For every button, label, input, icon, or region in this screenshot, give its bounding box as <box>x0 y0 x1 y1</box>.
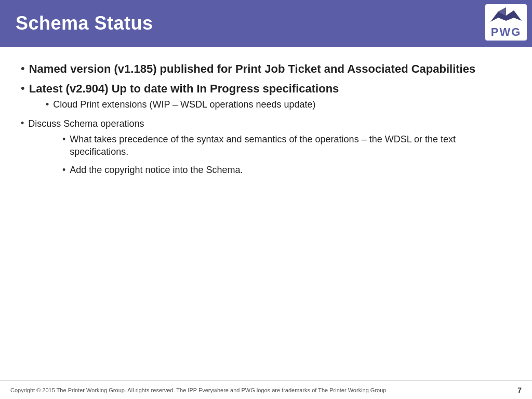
bullet-item-2: • Latest (v2.904) Up to date with In Pro… <box>21 81 511 97</box>
subsub-bullet-text-2: Add the copyright notice into the Schema… <box>70 164 243 176</box>
bullet-dot-1: • <box>21 61 25 76</box>
pwg-logo: PWG <box>485 4 527 41</box>
sub-bullet-item-1: • Cloud Print extensions (WIP – WSDL ope… <box>46 98 511 111</box>
pwg-logo-bird-icon <box>488 6 524 24</box>
bullet-dot-2: • <box>21 81 25 96</box>
pwg-logo-text: PWG <box>491 25 522 39</box>
bullet-item-1: • Named version (v1.185) published for P… <box>21 61 511 77</box>
subsub-bullet-item-1: • What takes precedence of the syntax an… <box>62 133 511 158</box>
mid-bullet-dot-1: • <box>21 117 24 129</box>
sub-bullet-dot-1: • <box>46 98 49 111</box>
subsub-bullet-item-2: • Add the copyright notice into the Sche… <box>62 164 511 176</box>
bullet-text-1: Named version (v1.185) published for Pri… <box>29 61 475 77</box>
slide-content: • Named version (v1.185) published for P… <box>0 47 532 190</box>
subsub-bullet-text-1: What takes precedence of the syntax and … <box>70 133 511 158</box>
slide-header: Schema Status PWG <box>0 0 532 47</box>
footer-page-number: 7 <box>517 386 522 394</box>
slide-footer: Copyright © 2015 The Printer Working Gro… <box>0 380 532 399</box>
mid-bullet-item-1: • Discuss Schema operations <box>21 117 511 130</box>
sub-bullet-text-1: Cloud Print extensions (WIP – WSDL opera… <box>53 98 315 111</box>
subsub-bullet-dot-2: • <box>62 164 65 176</box>
footer-copyright: Copyright © 2015 The Printer Working Gro… <box>10 387 386 393</box>
mid-bullet-text-1: Discuss Schema operations <box>28 117 144 130</box>
slide-title: Schema Status <box>16 12 153 34</box>
bullet-text-2: Latest (v2.904) Up to date with In Progr… <box>29 81 339 97</box>
subsub-bullet-dot-1: • <box>62 133 65 145</box>
